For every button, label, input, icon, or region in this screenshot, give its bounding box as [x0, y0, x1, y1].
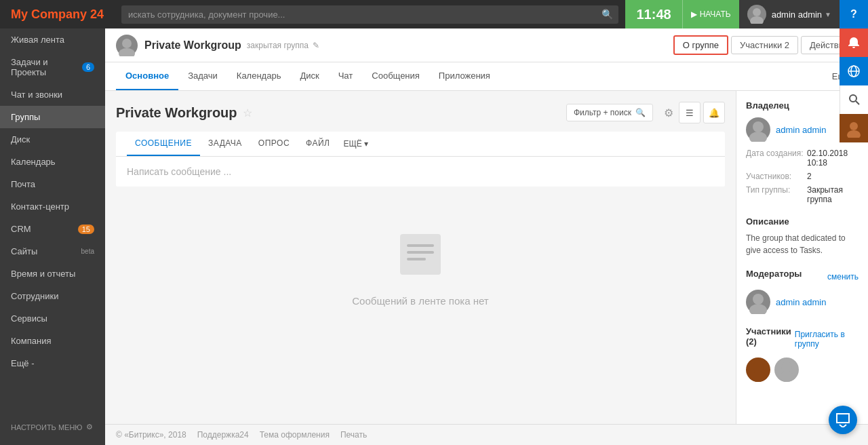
content-area: Private Workgroup закрытая группа ✎ О гр… [105, 28, 868, 445]
edit-icon[interactable]: ✎ [313, 41, 319, 50]
search-container: 🔍 [121, 5, 618, 24]
svg-point-19 [850, 95, 856, 102]
participants-title: Участники (2) [746, 326, 795, 347]
change-moderator-link[interactable]: сменить [827, 272, 859, 282]
svg-line-20 [856, 101, 859, 104]
chat-globe-icon[interactable] [840, 57, 868, 85]
feed-area: Private Workgroup ☆ Фильтр + поиск 🔍 ⚙ ☰… [105, 91, 736, 424]
tasks-badge: 6 [82, 62, 94, 72]
tab-chat[interactable]: Чат [329, 62, 363, 90]
owner-avatar [746, 117, 770, 142]
svg-point-10 [753, 294, 764, 305]
empty-feed: Сообщений в ленте пока нет [116, 187, 725, 347]
floating-chat-button[interactable] [829, 406, 857, 434]
feed-title-row: Private Workgroup ☆ Фильтр + поиск 🔍 ⚙ ☰… [116, 102, 725, 123]
start-button[interactable]: ▶ НАЧАТЬ [682, 0, 739, 28]
svg-rect-6 [407, 251, 434, 254]
group-type-label: Тип группы: [746, 185, 807, 204]
svg-point-14 [781, 362, 792, 372]
support-link[interactable]: Поддержка24 [197, 430, 249, 440]
description-title: Описание [746, 216, 859, 227]
members-button[interactable]: Участники 2 [731, 36, 798, 54]
empty-feed-text: Сообщений в ленте пока нет [352, 295, 488, 307]
participant-avatar-1[interactable] [746, 357, 770, 382]
sidebar-item-services[interactable]: Сервисы [0, 307, 105, 330]
notification-bell-icon[interactable] [840, 28, 868, 57]
moderators-section: Модераторы сменить admin admin [746, 269, 859, 314]
post-tab-poll[interactable]: ОПРОС [250, 132, 298, 156]
compose-message-input[interactable]: Написать сообщение ... [116, 157, 725, 187]
svg-point-21 [850, 122, 858, 130]
sidebar-item-groups[interactable]: Группы [0, 106, 105, 128]
group-type-row: Тип группы: Закрытая группа [746, 185, 859, 204]
settings-icon[interactable]: ⚙ [664, 107, 673, 119]
moderators-title: Модераторы [746, 269, 802, 279]
post-tab-task[interactable]: ЗАДАЧА [200, 132, 250, 156]
svg-point-8 [753, 121, 764, 132]
sidebar-item-company[interactable]: Компания [0, 330, 105, 352]
group-avatar [116, 35, 138, 56]
post-tab-message[interactable]: СООБЩЕНИЕ [127, 132, 200, 156]
sidebar-item-more[interactable]: Ещё - [0, 352, 105, 374]
gear-icon: ⚙ [86, 423, 93, 431]
invite-link[interactable]: Пригласить в группу [795, 330, 859, 349]
moderators-header: Модераторы сменить [746, 269, 859, 284]
description-section: Описание The group that dedicated to giv… [746, 216, 859, 256]
search-input[interactable] [121, 5, 618, 24]
help-button[interactable]: ? [840, 0, 868, 28]
sidebar-item-contact-center[interactable]: Контакт-центр [0, 195, 105, 218]
logo: My Company 24 [0, 7, 115, 22]
configure-menu-button[interactable]: НАСТРОИТЬ МЕНЮ ⚙ [0, 416, 105, 438]
description-text: The group that dedicated to give access … [746, 232, 859, 256]
user-avatar-icon[interactable] [840, 114, 868, 142]
group-title: Private Workgroup [144, 39, 241, 52]
sidebar-item-disk[interactable]: Диск [0, 128, 105, 151]
participants-header: Участники (2) Пригласить в группу [746, 326, 859, 352]
svg-point-15 [778, 372, 795, 382]
sidebar-item-employees[interactable]: Сотрудники [0, 285, 105, 307]
search-right-icon[interactable] [840, 85, 868, 114]
sidebar: Живая лента Задачи и Проекты 6 Чат и зво… [0, 28, 105, 445]
post-tab-file[interactable]: ФАЙЛ [298, 132, 338, 156]
sidebar-item-crm[interactable]: CRM 15 [0, 218, 105, 240]
about-group-button[interactable]: О группе [673, 35, 728, 55]
theme-link[interactable]: Тема оформления [260, 430, 330, 440]
sidebar-item-sites[interactable]: Сайты beta [0, 240, 105, 263]
svg-point-22 [847, 130, 861, 138]
main-layout: Живая лента Задачи и Проекты 6 Чат и зво… [0, 28, 868, 445]
svg-point-9 [749, 132, 767, 142]
tab-messages[interactable]: Сообщения [362, 62, 429, 90]
members-count-row: Участников: 2 [746, 172, 859, 181]
group-closed-label: закрытая группа [247, 41, 309, 50]
group-type-value: Закрытая группа [807, 185, 859, 204]
clock: 11:48 [625, 0, 682, 28]
view-list-button[interactable]: ☰ [679, 102, 701, 123]
sidebar-item-live-feed[interactable]: Живая лента [0, 28, 105, 51]
post-tab-more[interactable]: ЕЩЁ ▾ [338, 132, 374, 155]
sidebar-item-calendar[interactable]: Календарь [0, 151, 105, 173]
tab-main[interactable]: Основное [116, 62, 178, 90]
tab-disk[interactable]: Диск [290, 62, 328, 90]
sidebar-item-tasks[interactable]: Задачи и Проекты 6 [0, 51, 105, 83]
tab-tasks[interactable]: Задачи [178, 62, 227, 90]
print-link[interactable]: Печать [340, 430, 367, 440]
tab-applications[interactable]: Приложения [429, 62, 500, 90]
star-icon[interactable]: ☆ [243, 107, 252, 119]
search-icon: 🔍 [601, 9, 613, 20]
moderator-name[interactable]: admin admin [776, 297, 826, 307]
sidebar-item-chat[interactable]: Чат и звонки [0, 83, 105, 106]
filter-search-input[interactable]: Фильтр + поиск 🔍 [566, 104, 653, 121]
participants-avatars [746, 357, 859, 382]
owner-name[interactable]: admin admin [776, 125, 826, 135]
sidebar-item-mail[interactable]: Почта [0, 173, 105, 195]
svg-point-2 [122, 39, 132, 48]
sidebar-item-time-reports[interactable]: Время и отчеты [0, 263, 105, 285]
footer: © «Битрикс», 2018 Поддержка24 Тема оформ… [105, 424, 868, 445]
user-menu[interactable]: admin admin ▼ [739, 0, 840, 28]
participant-avatar-2[interactable] [774, 357, 799, 382]
notification-button[interactable]: 🔔 [703, 102, 725, 123]
svg-point-11 [749, 304, 767, 314]
created-row: Дата создания: 02.10.2018 10:18 [746, 149, 859, 168]
tab-calendar[interactable]: Календарь [227, 62, 291, 90]
copyright: © «Битрикс», 2018 [116, 430, 186, 440]
